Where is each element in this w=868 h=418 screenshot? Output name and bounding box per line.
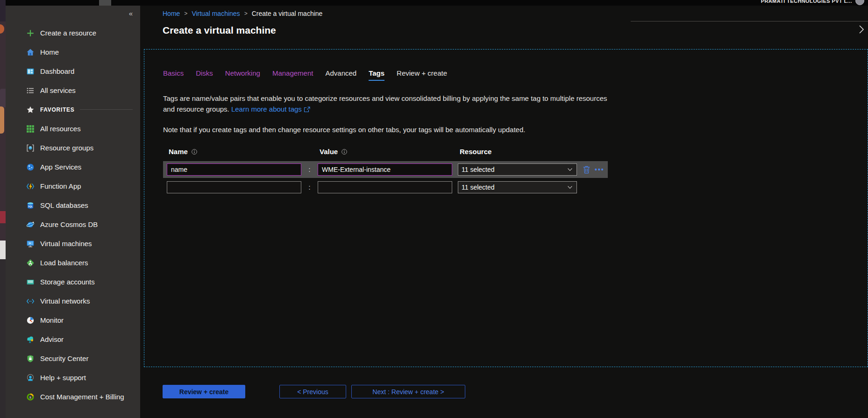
sidebar-item-cost-management[interactable]: sCost Management + Billing xyxy=(6,387,140,406)
page-title: Create a virtual machine xyxy=(163,25,276,36)
learn-more-link[interactable]: Learn more about tags xyxy=(231,105,310,113)
function-app-icon xyxy=(26,182,35,191)
security-center-icon xyxy=(26,354,35,363)
sidebar-item-sql-databases[interactable]: SQLSQL databases xyxy=(6,196,140,215)
column-header-resource: Resource xyxy=(460,148,577,156)
app-services-icon xyxy=(26,163,35,171)
ellipsis-icon[interactable]: ••• xyxy=(595,167,605,172)
sidebar-item-app-services[interactable]: App Services xyxy=(6,157,140,177)
sidebar-item-all-resources[interactable]: All resources xyxy=(6,119,140,138)
sidebar-item-storage-accounts[interactable]: Storage accounts xyxy=(6,272,140,291)
tab-review-create[interactable]: Review + create xyxy=(397,69,447,81)
sidebar: « Create a resourceHomeDashboardAll serv… xyxy=(6,6,140,418)
sidebar-item-monitor[interactable]: Monitor xyxy=(6,311,140,330)
dashboard-icon xyxy=(26,67,35,76)
tag-value-input[interactable] xyxy=(318,181,452,193)
sidebar-item-virtual-networks[interactable]: Virtual networks xyxy=(6,291,140,311)
top-bar: PRAMATI TECHNOLOGIES PVT L... xyxy=(6,0,868,6)
breadcrumb-item-0[interactable]: Home xyxy=(163,10,180,17)
create-vm-form-panel: BasicsDisksNetworkingManagementAdvancedT… xyxy=(144,49,868,367)
desktop-fragment xyxy=(0,211,6,223)
tags-description-text: Tags are name/value pairs that enable yo… xyxy=(163,94,607,113)
breadcrumb-item-2: Create a virtual machine xyxy=(252,10,323,17)
sidebar-item-create-a-resource[interactable]: Create a resource xyxy=(6,23,140,43)
advisor-icon xyxy=(26,335,35,344)
tags-note: Note that if you create tags and then ch… xyxy=(163,126,868,134)
wizard-footer: Review + create < Previous Next : Review… xyxy=(163,385,465,398)
grid-icon xyxy=(26,125,35,133)
sidebar-item-all-services[interactable]: All services xyxy=(6,81,140,100)
main-area: Home>Virtual machines>Create a virtual m… xyxy=(140,6,868,418)
favorites-divider xyxy=(80,109,133,110)
breadcrumb-separator: > xyxy=(184,10,187,17)
tag-row: :11 selected xyxy=(163,179,608,196)
review-create-button[interactable]: Review + create xyxy=(163,385,245,398)
desktop-fragment xyxy=(0,24,4,34)
previous-button[interactable]: < Previous xyxy=(279,385,346,398)
resource-group-icon xyxy=(26,144,35,152)
wizard-tabs: BasicsDisksNetworkingManagementAdvancedT… xyxy=(163,69,868,81)
tag-name-input[interactable] xyxy=(167,181,301,193)
tab-networking[interactable]: Networking xyxy=(225,69,260,81)
external-link-icon xyxy=(304,104,310,110)
chevron-down-icon xyxy=(567,184,573,191)
collapse-sidebar-icon[interactable]: « xyxy=(129,9,133,17)
resource-dropdown[interactable]: 11 selected xyxy=(458,181,577,193)
sidebar-heading-favorites: FAVORITES xyxy=(6,100,140,119)
svg-text:s: s xyxy=(29,395,31,399)
chevron-down-icon xyxy=(567,166,573,173)
colon-separator: : xyxy=(301,166,318,173)
breadcrumb-item-1[interactable]: Virtual machines xyxy=(192,10,240,17)
row-actions: ••• xyxy=(577,165,604,174)
tag-name-input[interactable] xyxy=(167,163,301,176)
sidebar-item-load-balancers[interactable]: Load balancers xyxy=(6,253,140,272)
tag-value-input[interactable] xyxy=(318,163,452,176)
tab-basics[interactable]: Basics xyxy=(163,69,184,81)
breadcrumb: Home>Virtual machines>Create a virtual m… xyxy=(163,10,322,17)
info-icon[interactable] xyxy=(191,149,198,155)
sidebar-item-dashboard[interactable]: Dashboard xyxy=(6,62,140,81)
info-icon[interactable] xyxy=(341,149,348,155)
resource-dropdown[interactable]: 11 selected xyxy=(458,163,577,176)
svg-text:SQL: SQL xyxy=(28,205,33,208)
virtual-network-icon xyxy=(26,297,35,305)
tab-advanced[interactable]: Advanced xyxy=(325,69,356,81)
storage-account-icon xyxy=(26,278,35,286)
breadcrumb-separator: > xyxy=(244,10,248,17)
sidebar-item-advisor[interactable]: Advisor xyxy=(6,330,140,349)
tab-tags[interactable]: Tags xyxy=(369,69,384,81)
sidebar-item-security-center[interactable]: Security Center xyxy=(6,349,140,368)
sidebar-item-help-support[interactable]: Help + support xyxy=(6,368,140,387)
tab-management[interactable]: Management xyxy=(272,69,313,81)
cosmos-db-icon xyxy=(26,220,35,229)
monitor-icon xyxy=(26,316,35,325)
load-balancer-icon xyxy=(26,259,35,267)
sidebar-items: Create a resourceHomeDashboardAll servic… xyxy=(6,23,140,406)
home-icon xyxy=(26,48,35,57)
sidebar-item-resource-groups[interactable]: Resource groups xyxy=(6,138,140,157)
all-services-icon xyxy=(26,86,35,95)
column-header-value: Value xyxy=(320,148,452,156)
tag-row: :11 selected••• xyxy=(163,161,608,178)
desktop-edge-strip xyxy=(0,0,6,418)
chevron-right-icon[interactable] xyxy=(857,24,866,35)
column-header-name: Name xyxy=(169,148,301,156)
sidebar-item-home[interactable]: Home xyxy=(6,43,140,62)
tags-table-rows: :11 selected•••:11 selected xyxy=(163,161,868,196)
tags-description: Tags are name/value pairs that enable yo… xyxy=(163,93,609,114)
star-icon xyxy=(26,106,35,114)
sidebar-item-virtual-machines[interactable]: Virtual machines xyxy=(6,234,140,253)
next-button[interactable]: Next : Review + create > xyxy=(351,385,465,398)
tenant-name: PRAMATI TECHNOLOGIES PVT L... xyxy=(761,0,852,5)
desktop-fragment xyxy=(0,106,4,134)
desktop-fragment xyxy=(0,259,6,418)
trash-icon[interactable] xyxy=(583,165,591,174)
sidebar-item-azure-cosmos-db[interactable]: Azure Cosmos DB xyxy=(6,215,140,234)
colon-separator: : xyxy=(301,184,318,191)
sql-database-icon: SQL xyxy=(26,201,35,210)
user-avatar[interactable] xyxy=(855,0,864,5)
plus-icon xyxy=(26,29,35,37)
tab-disks[interactable]: Disks xyxy=(196,69,213,81)
sidebar-item-function-app[interactable]: Function App xyxy=(6,177,140,196)
tags-table: NameValueResource :11 selected•••:11 sel… xyxy=(163,148,868,196)
